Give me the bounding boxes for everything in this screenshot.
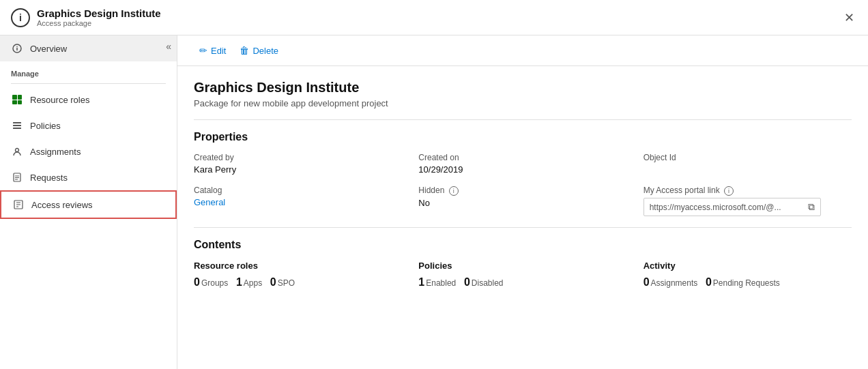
sidebar-item-label: Resource roles — [30, 95, 89, 105]
hidden-label: Hidden i — [418, 186, 626, 196]
object-id-label: Object Id — [643, 153, 852, 162]
hidden-info-icon[interactable]: i — [449, 186, 459, 196]
properties-section-title: Properties — [194, 131, 852, 143]
contents-resource-roles: Resource roles 0Groups 1Apps 0SPO — [194, 261, 402, 289]
prop-created-on: Created on 10/29/2019 — [418, 153, 626, 175]
sidebar-item-label: Overview — [30, 44, 67, 54]
catalog-label: Catalog — [194, 186, 402, 195]
pending-label: Pending Requests — [713, 278, 780, 288]
prop-hidden: Hidden i No — [418, 186, 626, 216]
page-subtitle: Package for new mobile app development p… — [194, 98, 852, 108]
sidebar-item-label: Policies — [30, 121, 61, 131]
prop-my-access: My Access portal link i https://myaccess… — [643, 186, 852, 216]
groups-count: 0 — [194, 276, 200, 288]
assignments-count: 0 — [643, 276, 650, 288]
page-title: Graphics Design Institute — [194, 80, 852, 95]
svg-rect-5 — [13, 128, 21, 129]
content-body: Graphics Design Institute Package for ne… — [177, 66, 868, 302]
resource-roles-icon — [11, 93, 23, 106]
created-by-label: Created by — [194, 153, 402, 162]
header-title: Graphics Design Institute — [37, 8, 161, 19]
svg-point-6 — [16, 149, 19, 152]
delete-label: Delete — [252, 46, 278, 56]
sidebar-item-label: Assignments — [30, 147, 81, 157]
hidden-value: No — [418, 198, 626, 208]
sidebar-divider — [11, 83, 166, 84]
sidebar-item-label: Requests — [30, 173, 68, 183]
properties-grid: Created by Kara Perry Created on 10/29/2… — [194, 153, 852, 216]
apps-label: Apps — [244, 278, 262, 288]
header-subtitle: Access package — [37, 19, 161, 27]
header-left: i Graphics Design Institute Access packa… — [11, 8, 161, 27]
contents-resource-stats: 0Groups 1Apps 0SPO — [194, 276, 402, 289]
sidebar-item-label: Access reviews — [31, 200, 93, 210]
sidebar-item-requests[interactable]: Requests — [0, 164, 177, 190]
created-by-value: Kara Perry — [194, 164, 402, 175]
prop-created-by: Created by Kara Perry — [194, 153, 402, 175]
contents-section-title: Contents — [194, 239, 852, 251]
created-on-label: Created on — [418, 153, 626, 162]
contents-activity-stats: 0Assignments 0Pending Requests — [643, 276, 852, 289]
enabled-count: 1 — [418, 276, 424, 288]
sidebar-item-assignments[interactable]: Assignments — [0, 138, 177, 164]
contents-policies-label: Policies — [418, 261, 626, 271]
my-access-info-icon[interactable]: i — [724, 186, 734, 196]
svg-rect-3 — [13, 122, 21, 123]
close-button[interactable]: ✕ — [841, 8, 857, 28]
prop-object-id: Object Id — [643, 153, 852, 175]
portal-url: https://myaccess.microsoft.com/@... — [650, 203, 805, 212]
svg-point-2 — [16, 46, 18, 48]
delete-button[interactable]: 🗑 Delete — [234, 42, 284, 59]
requests-icon — [11, 171, 23, 183]
contents-resource-roles-label: Resource roles — [194, 261, 402, 271]
main-layout: « Overview Manage Resource roles Policie… — [0, 35, 868, 369]
sidebar-item-access-reviews[interactable]: Access reviews — [0, 190, 177, 219]
enabled-label: Enabled — [426, 278, 456, 288]
sidebar-item-policies[interactable]: Policies — [0, 113, 177, 138]
section-divider-2 — [194, 227, 852, 228]
copy-icon[interactable]: ⧉ — [808, 201, 815, 213]
groups-label: Groups — [201, 278, 228, 288]
sidebar-item-overview[interactable]: Overview — [0, 35, 177, 61]
header: i Graphics Design Institute Access packa… — [0, 0, 868, 35]
assignments-label: Assignments — [651, 278, 698, 288]
prop-catalog: Catalog General — [194, 186, 402, 216]
spo-count: 0 — [270, 276, 276, 288]
overview-icon — [11, 42, 23, 55]
disabled-count: 0 — [464, 276, 470, 288]
edit-label: Edit — [211, 46, 226, 56]
spo-label: SPO — [278, 278, 295, 288]
catalog-value[interactable]: General — [194, 197, 225, 207]
contents-activity: Activity 0Assignments 0Pending Requests — [643, 261, 852, 289]
content-area: ✏ Edit 🗑 Delete Graphics Design Institut… — [177, 35, 868, 369]
created-on-value: 10/29/2019 — [418, 164, 626, 175]
manage-section-label: Manage — [0, 61, 177, 80]
edit-icon: ✏ — [199, 45, 207, 56]
contents-policies: Policies 1Enabled 0Disabled — [418, 261, 626, 289]
my-access-label: My Access portal link i — [643, 186, 852, 196]
header-title-group: Graphics Design Institute Access package — [37, 8, 161, 27]
svg-rect-4 — [13, 125, 21, 126]
pending-count: 0 — [706, 276, 712, 288]
policies-icon — [11, 119, 23, 132]
sidebar: « Overview Manage Resource roles Policie… — [0, 35, 177, 369]
contents-activity-label: Activity — [643, 261, 852, 271]
section-divider-1 — [194, 119, 852, 120]
contents-policies-stats: 1Enabled 0Disabled — [418, 276, 626, 289]
info-icon: i — [11, 8, 30, 27]
sidebar-collapse-button[interactable]: « — [166, 41, 171, 52]
portal-link-box: https://myaccess.microsoft.com/@... ⧉ — [643, 198, 821, 216]
sidebar-item-resource-roles[interactable]: Resource roles — [0, 87, 177, 113]
edit-button[interactable]: ✏ Edit — [194, 42, 231, 59]
delete-icon: 🗑 — [240, 45, 249, 56]
contents-grid: Resource roles 0Groups 1Apps 0SPO Polici… — [194, 261, 852, 289]
disabled-label: Disabled — [472, 278, 504, 288]
apps-count: 1 — [236, 276, 242, 288]
toolbar: ✏ Edit 🗑 Delete — [177, 35, 868, 66]
assignments-icon — [11, 145, 23, 158]
access-reviews-icon — [12, 198, 25, 211]
